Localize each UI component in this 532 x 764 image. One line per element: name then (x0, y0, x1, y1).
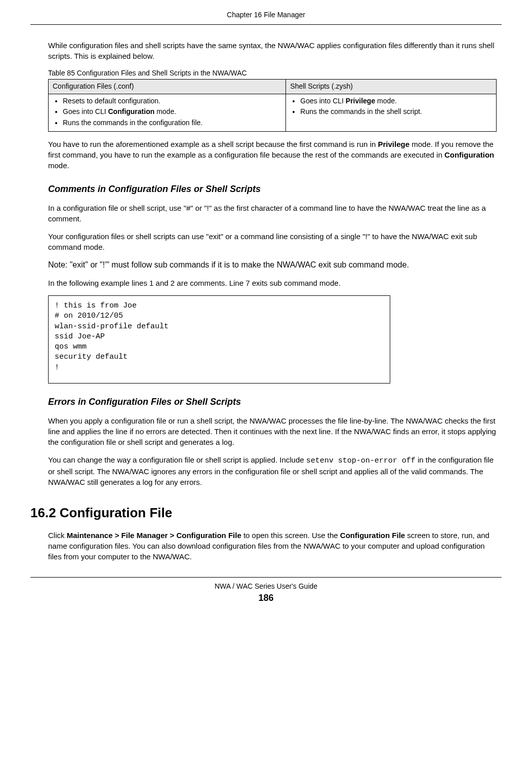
table-cell-left: Resets to default configuration. Goes in… (49, 94, 286, 131)
comments-paragraph-3: In the following example lines 1 and 2 a… (48, 278, 497, 288)
table-cell-right: Goes into CLI Privilege mode. Runs the c… (286, 94, 497, 131)
code-example: ! this is from Joe # on 2010/12/05 wlan-… (48, 295, 390, 384)
list-item: Runs the commands in the shell script. (300, 107, 492, 117)
table-caption: Table 85 Configuration Files and Shell S… (48, 68, 497, 79)
footer-guide: NWA / WAC Series User's Guide (30, 582, 502, 592)
page-footer: NWA / WAC Series User's Guide 186 (30, 577, 502, 604)
list-item: Resets to default configuration. (63, 96, 281, 106)
comments-heading: Comments in Configuration Files or Shell… (48, 183, 497, 196)
comments-paragraph-1: In a configuration file or shell script,… (48, 203, 497, 224)
intro-paragraph: While configuration files and shell scri… (48, 40, 497, 61)
table-header-left: Configuration Files (.conf) (49, 80, 286, 94)
note-block: Note: "exit" or "!'" must follow sub com… (48, 259, 497, 271)
document-page: Chapter 16 File Manager While configurat… (0, 0, 532, 620)
errors-paragraph-1: When you apply a configuration file or r… (48, 415, 497, 447)
section-heading-16-2: 16.2 Configuration File (30, 504, 497, 522)
errors-paragraph-2: You can change the way a configuration f… (48, 454, 497, 487)
chapter-title: Chapter 16 File Manager (227, 11, 305, 19)
chapter-header: Chapter 16 File Manager (30, 10, 502, 25)
list-item: Goes into CLI Configuration mode. (63, 107, 281, 117)
list-item: Runs the commands in the configuration f… (63, 118, 281, 128)
config-paragraph-1: Click Maintenance > File Manager > Confi… (48, 530, 497, 562)
errors-heading: Errors in Configuration Files or Shell S… (48, 396, 497, 408)
page-number: 186 (30, 592, 502, 604)
list-item: Goes into CLI Privilege mode. (300, 96, 492, 106)
comments-paragraph-2: Your configuration files or shell script… (48, 231, 497, 252)
comparison-table: Configuration Files (.conf) Shell Script… (48, 79, 497, 131)
page-content: While configuration files and shell scri… (30, 40, 502, 562)
after-table-paragraph: You have to run the aforementioned examp… (48, 139, 497, 171)
table-header-right: Shell Scripts (.zysh) (286, 80, 497, 94)
